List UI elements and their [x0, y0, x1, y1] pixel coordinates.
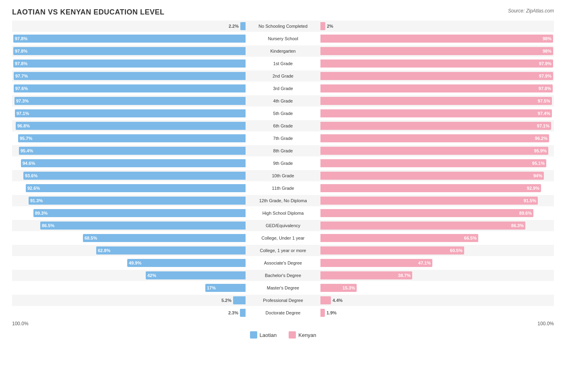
left-value: 94.6% [23, 161, 35, 166]
left-bar: 97.1% [15, 109, 246, 117]
chart-area: 2.2%No Schooling Completed2%97.8%Nursery… [12, 21, 554, 318]
right-value: 86.3% [511, 223, 524, 228]
right-value: 47.1% [418, 261, 431, 265]
bottom-left-label: 100.0% [12, 321, 29, 326]
chart-row: 96.8%6th Grade97.1% [12, 120, 554, 131]
left-bar-container: 89.3% [12, 207, 246, 219]
left-value-outside: 5.2% [221, 298, 231, 303]
right-value-outside: 2% [327, 24, 333, 29]
left-bar: 42% [146, 271, 246, 279]
row-label: 6th Grade [246, 123, 320, 128]
chart-container: LAOTIAN VS KENYAN EDUCATION LEVEL Source… [0, 0, 566, 363]
left-value: 49.9% [129, 261, 141, 265]
bottom-labels: 100.0% 100.0% [12, 321, 554, 326]
right-bar-container: 94% [320, 170, 554, 181]
left-bar-container: 2.3% [12, 307, 246, 318]
laotian-swatch [250, 331, 257, 339]
left-value: 89.3% [35, 211, 48, 215]
right-bar [320, 296, 331, 304]
row-label: Kindergarten [246, 49, 320, 53]
right-value: 38.7% [398, 273, 411, 278]
right-bar-container: 86.3% [320, 220, 554, 231]
chart-row: 68.5%College, Under 1 year66.5% [12, 232, 554, 244]
left-bar: 97.8% [13, 47, 246, 55]
left-value: 97.1% [17, 111, 29, 116]
right-value: 97.9% [539, 61, 552, 66]
right-bar-container: 98% [320, 45, 554, 57]
chart-row: 97.8%Kindergarten98% [12, 45, 554, 57]
right-bar: 89.6% [320, 209, 533, 217]
left-bar: 97.6% [14, 84, 246, 92]
left-bar-container: 97.7% [12, 70, 246, 82]
left-value: 95.7% [20, 136, 32, 141]
chart-row: 62.8%College, 1 year or more60.5% [12, 245, 554, 256]
chart-row: 97.1%5th Grade97.4% [12, 108, 554, 119]
right-bar-container: 4.4% [320, 295, 554, 306]
left-bar-container: 97.8% [12, 58, 246, 69]
left-bar: 96.8% [16, 122, 246, 130]
chart-row: 86.5%GED/Equivalency86.3% [12, 220, 554, 231]
left-bar-container: 93.6% [12, 170, 246, 181]
right-bar: 66.5% [320, 234, 478, 242]
chart-row: 92.6%11th Grade92.9% [12, 183, 554, 194]
right-value: 98% [543, 36, 552, 41]
chart-row: 42%Bachelor's Degree38.7% [12, 270, 554, 281]
left-value: 42% [147, 273, 156, 278]
left-bar [233, 296, 246, 304]
laotian-label: Laotian [260, 332, 277, 338]
right-bar: 95.1% [320, 159, 546, 167]
right-bar-container: 92.9% [320, 183, 554, 194]
left-bar [240, 22, 246, 30]
row-label: Professional Degree [246, 298, 320, 303]
left-bar-container: 91.3% [12, 195, 246, 206]
left-bar: 62.8% [96, 246, 246, 254]
left-value: 97.8% [15, 49, 27, 53]
row-label: Master's Degree [246, 285, 320, 290]
chart-row: 97.7%2nd Grade97.9% [12, 70, 554, 82]
left-bar: 97.8% [13, 35, 246, 43]
right-value: 96.2% [535, 136, 547, 141]
right-value: 92.9% [527, 186, 539, 191]
right-bar: 97.4% [320, 109, 552, 117]
right-bar-container: 96.2% [320, 133, 554, 144]
left-bar-container: 97.6% [12, 83, 246, 94]
right-bar-container: 47.1% [320, 257, 554, 269]
chart-title: LAOTIAN VS KENYAN EDUCATION LEVEL [12, 8, 554, 16]
left-value: 97.8% [15, 61, 27, 66]
left-value: 97.6% [15, 86, 28, 91]
left-bar-container: 2.2% [12, 21, 246, 32]
row-label: 2nd Grade [246, 74, 320, 78]
right-value-outside: 4.4% [333, 298, 343, 303]
row-label: 7th Grade [246, 136, 320, 141]
left-bar-container: 62.8% [12, 245, 246, 256]
right-value: 95.9% [534, 148, 547, 153]
right-bar-container: 97.1% [320, 120, 554, 131]
right-bar: 95.9% [320, 147, 548, 155]
row-label: 11th Grade [246, 186, 320, 191]
right-value: 91.5% [524, 198, 536, 203]
row-label: College, 1 year or more [246, 248, 320, 253]
row-label: Nursery School [246, 36, 320, 41]
left-value: 86.5% [42, 223, 54, 228]
right-value: 60.5% [450, 248, 463, 253]
left-bar: 92.6% [26, 184, 246, 192]
left-value: 68.5% [85, 236, 97, 240]
right-value: 97.8% [539, 86, 551, 91]
left-value: 92.6% [27, 186, 40, 191]
row-label: Bachelor's Degree [246, 273, 320, 278]
row-label: Associate's Degree [246, 261, 320, 265]
left-bar [240, 309, 246, 317]
right-value: 95.1% [532, 161, 545, 166]
left-bar-container: 94.6% [12, 158, 246, 169]
left-bar: 68.5% [83, 234, 246, 242]
right-bar: 94% [320, 172, 544, 180]
row-label: 1st Grade [246, 61, 320, 66]
left-bar-container: 97.8% [12, 33, 246, 44]
right-bar [320, 309, 325, 317]
chart-row: 5.2%Professional Degree4.4% [12, 295, 554, 306]
left-value: 93.6% [25, 173, 37, 178]
row-label: 9th Grade [246, 161, 320, 166]
left-bar-container: 42% [12, 270, 246, 281]
row-label: 5th Grade [246, 111, 320, 116]
left-bar-container: 49.9% [12, 257, 246, 269]
